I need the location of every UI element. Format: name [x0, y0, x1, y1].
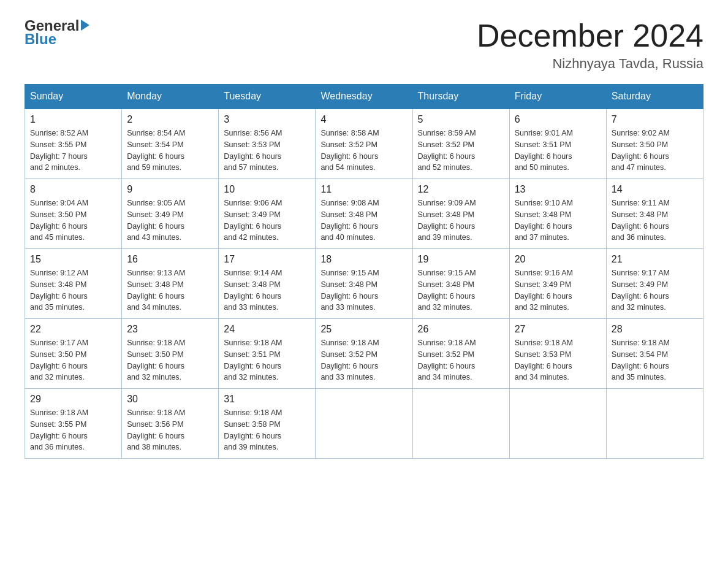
day-number: 1: [30, 114, 116, 125]
day-number: 28: [612, 324, 698, 335]
day-info: Sunrise: 8:54 AMSunset: 3:54 PMDaylight:…: [127, 128, 213, 174]
header-thursday: Thursday: [412, 85, 509, 109]
day-info: Sunrise: 9:08 AMSunset: 3:48 PMDaylight:…: [320, 197, 407, 243]
day-info: Sunrise: 8:52 AMSunset: 3:55 PMDaylight:…: [30, 128, 116, 174]
header-friday: Friday: [509, 85, 606, 109]
day-cell: 22Sunrise: 9:17 AMSunset: 3:50 PMDayligh…: [25, 319, 122, 389]
day-cell: 26Sunrise: 9:18 AMSunset: 3:52 PMDayligh…: [412, 319, 509, 389]
day-number: 13: [515, 184, 601, 195]
day-info: Sunrise: 9:18 AMSunset: 3:52 PMDaylight:…: [418, 337, 504, 383]
header-sunday: Sunday: [25, 85, 122, 109]
month-title: December 2024: [477, 18, 703, 53]
day-cell: 3Sunrise: 8:56 AMSunset: 3:53 PMDaylight…: [219, 109, 316, 179]
day-cell: 14Sunrise: 9:11 AMSunset: 3:48 PMDayligh…: [606, 179, 703, 249]
day-number: 11: [320, 184, 407, 195]
day-info: Sunrise: 9:15 AMSunset: 3:48 PMDaylight:…: [320, 267, 407, 313]
logo-line2: Blue: [25, 32, 89, 47]
day-cell: 1Sunrise: 8:52 AMSunset: 3:55 PMDaylight…: [25, 109, 122, 179]
day-number: 14: [612, 184, 698, 195]
header-saturday: Saturday: [606, 85, 703, 109]
calendar-table: Sunday Monday Tuesday Wednesday Thursday…: [25, 84, 703, 459]
day-number: 5: [418, 114, 504, 125]
title-block: December 2024 Nizhnyaya Tavda, Russia: [477, 18, 703, 72]
day-number: 30: [127, 394, 213, 405]
day-cell: 24Sunrise: 9:18 AMSunset: 3:51 PMDayligh…: [219, 319, 316, 389]
day-cell: 19Sunrise: 9:15 AMSunset: 3:48 PMDayligh…: [412, 249, 509, 319]
day-number: 27: [515, 324, 601, 335]
day-info: Sunrise: 9:02 AMSunset: 3:50 PMDaylight:…: [612, 128, 698, 174]
day-cell: 18Sunrise: 9:15 AMSunset: 3:48 PMDayligh…: [316, 249, 412, 319]
day-info: Sunrise: 9:17 AMSunset: 3:50 PMDaylight:…: [30, 337, 116, 383]
day-cell: 7Sunrise: 9:02 AMSunset: 3:50 PMDaylight…: [606, 109, 703, 179]
week-row-4: 22Sunrise: 9:17 AMSunset: 3:50 PMDayligh…: [25, 319, 703, 389]
day-number: 4: [320, 114, 407, 125]
header-monday: Monday: [122, 85, 219, 109]
day-info: Sunrise: 8:59 AMSunset: 3:52 PMDaylight:…: [418, 128, 504, 174]
day-number: 23: [127, 324, 213, 335]
header-wednesday: Wednesday: [316, 85, 412, 109]
day-number: 29: [30, 394, 116, 405]
day-cell: 9Sunrise: 9:05 AMSunset: 3:49 PMDaylight…: [122, 179, 219, 249]
day-info: Sunrise: 9:16 AMSunset: 3:49 PMDaylight:…: [515, 267, 601, 313]
week-row-5: 29Sunrise: 9:18 AMSunset: 3:55 PMDayligh…: [25, 389, 703, 459]
week-row-1: 1Sunrise: 8:52 AMSunset: 3:55 PMDaylight…: [25, 109, 703, 179]
day-number: 22: [30, 324, 116, 335]
day-info: Sunrise: 9:14 AMSunset: 3:48 PMDaylight:…: [224, 267, 310, 313]
day-cell: [316, 389, 412, 459]
day-info: Sunrise: 9:18 AMSunset: 3:52 PMDaylight:…: [320, 337, 407, 383]
day-info: Sunrise: 9:12 AMSunset: 3:48 PMDaylight:…: [30, 267, 116, 313]
day-number: 16: [127, 254, 213, 265]
day-info: Sunrise: 9:13 AMSunset: 3:48 PMDaylight:…: [127, 267, 213, 313]
day-info: Sunrise: 9:18 AMSunset: 3:56 PMDaylight:…: [127, 407, 213, 453]
header-tuesday: Tuesday: [219, 85, 316, 109]
day-number: 24: [224, 324, 310, 335]
day-cell: 4Sunrise: 8:58 AMSunset: 3:52 PMDaylight…: [316, 109, 412, 179]
week-row-2: 8Sunrise: 9:04 AMSunset: 3:50 PMDaylight…: [25, 179, 703, 249]
day-info: Sunrise: 9:09 AMSunset: 3:48 PMDaylight:…: [418, 197, 504, 243]
day-info: Sunrise: 9:18 AMSunset: 3:51 PMDaylight:…: [224, 337, 310, 383]
day-info: Sunrise: 9:11 AMSunset: 3:48 PMDaylight:…: [612, 197, 698, 243]
day-cell: 2Sunrise: 8:54 AMSunset: 3:54 PMDaylight…: [122, 109, 219, 179]
day-cell: 29Sunrise: 9:18 AMSunset: 3:55 PMDayligh…: [25, 389, 122, 459]
day-number: 31: [224, 394, 310, 405]
week-row-3: 15Sunrise: 9:12 AMSunset: 3:48 PMDayligh…: [25, 249, 703, 319]
day-cell: 23Sunrise: 9:18 AMSunset: 3:50 PMDayligh…: [122, 319, 219, 389]
day-cell: [412, 389, 509, 459]
day-cell: 25Sunrise: 9:18 AMSunset: 3:52 PMDayligh…: [316, 319, 412, 389]
day-cell: 8Sunrise: 9:04 AMSunset: 3:50 PMDaylight…: [25, 179, 122, 249]
day-number: 15: [30, 254, 116, 265]
day-cell: 20Sunrise: 9:16 AMSunset: 3:49 PMDayligh…: [509, 249, 606, 319]
day-cell: 17Sunrise: 9:14 AMSunset: 3:48 PMDayligh…: [219, 249, 316, 319]
day-cell: 16Sunrise: 9:13 AMSunset: 3:48 PMDayligh…: [122, 249, 219, 319]
day-number: 19: [418, 254, 504, 265]
day-cell: 30Sunrise: 9:18 AMSunset: 3:56 PMDayligh…: [122, 389, 219, 459]
logo: General Blue: [25, 18, 89, 47]
day-info: Sunrise: 9:18 AMSunset: 3:50 PMDaylight:…: [127, 337, 213, 383]
day-number: 7: [612, 114, 698, 125]
day-number: 9: [127, 184, 213, 195]
day-info: Sunrise: 9:06 AMSunset: 3:49 PMDaylight:…: [224, 197, 310, 243]
day-cell: 13Sunrise: 9:10 AMSunset: 3:48 PMDayligh…: [509, 179, 606, 249]
calendar-header: Sunday Monday Tuesday Wednesday Thursday…: [25, 85, 703, 109]
day-cell: 12Sunrise: 9:09 AMSunset: 3:48 PMDayligh…: [412, 179, 509, 249]
day-number: 25: [320, 324, 407, 335]
day-cell: 6Sunrise: 9:01 AMSunset: 3:51 PMDaylight…: [509, 109, 606, 179]
day-cell: [606, 389, 703, 459]
page-header: General Blue December 2024 Nizhnyaya Tav…: [25, 18, 703, 72]
day-cell: 28Sunrise: 9:18 AMSunset: 3:54 PMDayligh…: [606, 319, 703, 389]
day-cell: 21Sunrise: 9:17 AMSunset: 3:49 PMDayligh…: [606, 249, 703, 319]
header-row: Sunday Monday Tuesday Wednesday Thursday…: [25, 85, 703, 109]
day-info: Sunrise: 8:56 AMSunset: 3:53 PMDaylight:…: [224, 128, 310, 174]
day-number: 18: [320, 254, 407, 265]
day-number: 3: [224, 114, 310, 125]
day-info: Sunrise: 9:18 AMSunset: 3:54 PMDaylight:…: [612, 337, 698, 383]
day-number: 2: [127, 114, 213, 125]
day-info: Sunrise: 9:15 AMSunset: 3:48 PMDaylight:…: [418, 267, 504, 313]
day-info: Sunrise: 8:58 AMSunset: 3:52 PMDaylight:…: [320, 128, 407, 174]
day-number: 6: [515, 114, 601, 125]
day-info: Sunrise: 9:01 AMSunset: 3:51 PMDaylight:…: [515, 128, 601, 174]
day-number: 21: [612, 254, 698, 265]
calendar-body: 1Sunrise: 8:52 AMSunset: 3:55 PMDaylight…: [25, 109, 703, 459]
day-cell: 15Sunrise: 9:12 AMSunset: 3:48 PMDayligh…: [25, 249, 122, 319]
day-cell: 5Sunrise: 8:59 AMSunset: 3:52 PMDaylight…: [412, 109, 509, 179]
